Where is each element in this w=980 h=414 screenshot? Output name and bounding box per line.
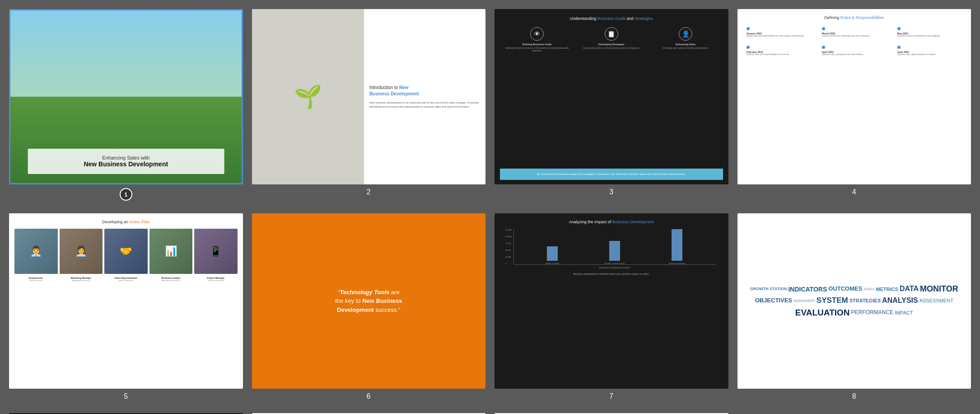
slide-wrapper-1: Enhancing Sales with New Business Develo… xyxy=(9,9,243,201)
slide6-quote: "Technology Tools arethe key to New Busi… xyxy=(335,288,402,315)
slide3-icon-circle-2: 📋 xyxy=(605,27,618,41)
slide5-person-2: Marketing Manager Marketing Professional xyxy=(60,277,103,282)
slide-number-1: 1 xyxy=(120,188,132,201)
timeline-dot-3 xyxy=(822,27,825,30)
slide-6[interactable]: "Technology Tools arethe key to New Busi… xyxy=(252,213,486,389)
slide5-person-4: Business Analyst Marketing Professional xyxy=(149,277,193,282)
word-indicators: INDICATORS xyxy=(788,285,827,293)
slide4-item-apr: April 2021 Optimize roles, processes and… xyxy=(822,46,887,56)
slide8-wordcloud: GROWTH STATION INDICATORS OUTCOMES GOALS… xyxy=(742,280,967,322)
timeline-dot-1 xyxy=(747,27,750,30)
slide5-photos: 👨‍💼 👩‍💼 🤝 📊 📱 xyxy=(14,229,238,274)
timeline-desc-2: Optimize roles and responsibilities for … xyxy=(747,53,811,56)
slide-number-4: 4 xyxy=(852,188,856,196)
slide-number-6: 6 xyxy=(367,392,371,400)
word-system: SYSTEM xyxy=(817,296,848,306)
slide3-icon-circle-1: 👁 xyxy=(530,27,544,41)
word-analysis: ANALYSIS xyxy=(882,296,918,306)
chart-bar-1: Number of Leads xyxy=(523,246,582,264)
chart-bar-3: Revenue Generated xyxy=(648,229,706,264)
slide2-title-highlight: NewBusiness Development xyxy=(369,85,419,96)
slide2-title: Introduction to NewBusiness Development xyxy=(369,85,480,97)
slide8-words: GROWTH STATION INDICATORS OUTCOMES GOALS… xyxy=(742,280,967,322)
slide3-desc-3: Increasing sales using new business deve… xyxy=(663,47,709,50)
slide7-yaxis: 0 25,000 50,000 75,000 100,000 125,000 xyxy=(505,229,512,265)
slide-3[interactable]: Understanding Business Goals and Strateg… xyxy=(495,9,728,184)
timeline-dot-4 xyxy=(822,46,825,49)
slide3-desc-2: Creating action plans to achieve busines… xyxy=(583,47,640,50)
bar-revenue xyxy=(672,229,682,261)
timeline-desc-4: Optimize roles, processes and responsibi… xyxy=(822,53,887,56)
bar-label-3: Revenue Generated xyxy=(669,262,685,264)
slide7-xaxis-label: Business Development Activity xyxy=(513,266,716,269)
slide3-icons: 👁 Defining Business Goals Defining the d… xyxy=(500,27,723,53)
timeline-desc-1: Identify roles and responsibilities for … xyxy=(747,35,811,38)
slide5-photo-1: 👨‍💼 xyxy=(14,229,58,274)
word-impact: IMPACT xyxy=(895,310,913,316)
slide-grid: Enhancing Sales with New Business Develo… xyxy=(9,9,971,414)
bar-label-2: Number of Deals Closed xyxy=(605,262,625,264)
slide-wrapper-3: Understanding Business Goals and Strateg… xyxy=(495,9,728,201)
slide-2[interactable]: 🌱 Introduction to NewBusiness Developmen… xyxy=(252,9,486,184)
slide4-item-jan: January 2021 Identify roles and responsi… xyxy=(747,27,811,38)
slide7-title: Analyzing the Impact of Business Develop… xyxy=(500,220,723,224)
slide4-item-jun: June 2021 Optimize roles, adjust activit… xyxy=(897,46,962,56)
word-strategies: STRATEGIES xyxy=(849,297,881,304)
timeline-desc-3: Create a timeline for onboarding new tea… xyxy=(822,35,887,38)
slide4-col-2: March 2021 Create a timeline for onboard… xyxy=(822,27,887,56)
quote-start: "Technology Tools xyxy=(338,289,390,296)
slide-wrapper-2: 🌱 Introduction to NewBusiness Developmen… xyxy=(252,9,486,201)
slide4-item-may: May 2021 Optimize business development r… xyxy=(897,27,962,38)
timeline-desc-5: Optimize business development responsibi… xyxy=(897,35,962,38)
slide5-person-5: Project Manager Project Professional xyxy=(194,277,238,282)
slide4-col-1: January 2021 Identify roles and responsi… xyxy=(747,27,811,56)
slide-number-3: 3 xyxy=(609,188,613,196)
word-monitor: MONITOR xyxy=(920,284,958,294)
slide5-photo-3: 🤝 xyxy=(104,229,148,274)
word-evaluation: EVALUATION xyxy=(795,307,850,319)
slide5-labels: Entrepreneur Business Owner Marketing Ma… xyxy=(14,277,238,282)
slide4-item-feb: February 2021 Optimize roles and respons… xyxy=(747,46,811,56)
slide-number-7: 7 xyxy=(609,392,613,400)
slide5-person-3: Sales Representative Sales Professional xyxy=(104,277,148,282)
slide-number-2: 2 xyxy=(367,188,371,196)
slide1-subtitle: Enhancing Sales with xyxy=(36,155,216,160)
slide-wrapper-6: "Technology Tools arethe key to New Busi… xyxy=(252,213,486,400)
slide-number-8: 8 xyxy=(852,392,856,400)
slide3-title: Understanding Business Goals and Strateg… xyxy=(500,16,723,21)
slide5-photo-2: 👩‍💼 xyxy=(60,229,103,274)
bar-leads xyxy=(547,246,558,261)
slide-wrapper-8: GROWTH STATION INDICATORS OUTCOMES GOALS… xyxy=(737,213,971,400)
slide-4[interactable]: Defining Roles & Responsibilities Januar… xyxy=(737,9,971,184)
slide-5[interactable]: Developing an Action Plan 👨‍💼 👩‍💼 🤝 📊 📱 … xyxy=(9,213,243,389)
slide-wrapper-5: Developing an Action Plan 👨‍💼 👩‍💼 🤝 📊 📱 … xyxy=(9,213,243,400)
word-objectives: OBJECTIVES xyxy=(755,297,792,305)
slide-wrapper-7: Analyzing the Impact of Business Develop… xyxy=(495,213,728,400)
slide-7[interactable]: Analyzing the Impact of Business Develop… xyxy=(495,213,728,389)
timeline-dot-6 xyxy=(897,46,901,49)
timeline-desc-6: Optimize roles, adjust activities as nee… xyxy=(897,53,962,56)
slide7-chart-container: 0 25,000 50,000 75,000 100,000 125,000 N… xyxy=(500,229,723,269)
slide3-label-3: Enhancing Sales xyxy=(676,43,695,46)
slide2-image: 🌱 xyxy=(252,9,364,184)
slide-number-5: 5 xyxy=(124,392,128,400)
slide3-icon-3: 👤 Enhancing Sales Increasing sales using… xyxy=(652,27,719,53)
slide-8[interactable]: GROWTH STATION INDICATORS OUTCOMES GOALS… xyxy=(737,213,971,389)
slide1-title: New Business Development xyxy=(36,160,216,168)
word-goals: GOALS xyxy=(863,287,874,291)
timeline-dot-5 xyxy=(897,27,901,30)
slide3-desc-1: Defining the desired outcomes of the bus… xyxy=(504,47,570,53)
word-growth-station: GROWTH STATION xyxy=(750,287,787,292)
bar-label-1: Number of Leads xyxy=(546,262,560,264)
slide5-title: Developing an Action Plan xyxy=(14,220,238,224)
word-performance: PERFORMANCE xyxy=(851,309,893,316)
word-assessment-small: ASSESSMENT xyxy=(793,299,815,303)
bar-deals xyxy=(609,241,620,261)
slide4-col-3: May 2021 Optimize business development r… xyxy=(897,27,962,56)
slide4-title: Defining Roles & Responsibilities xyxy=(743,15,966,20)
slide-1[interactable]: Enhancing Sales with New Business Develo… xyxy=(9,9,243,184)
chart-bar-2: Number of Deals Closed xyxy=(585,241,644,264)
slide7-chart: Number of Leads Number of Deals Closed R… xyxy=(513,229,716,265)
slide3-icon-2: 📋 Developing Strategies Creating action … xyxy=(578,27,645,53)
slide5-person-1: Entrepreneur Business Owner xyxy=(14,277,58,282)
